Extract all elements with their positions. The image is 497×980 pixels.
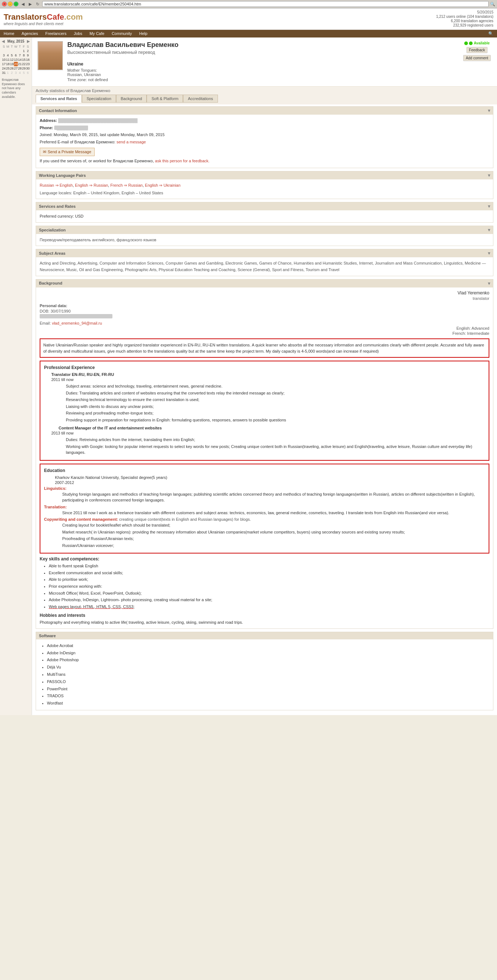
nav-freelancers[interactable]: Freelancers xyxy=(42,30,70,38)
nav-community[interactable]: Community xyxy=(108,30,136,38)
cal-day-12[interactable]: 12 xyxy=(10,57,14,62)
nav-home[interactable]: Home xyxy=(0,30,18,38)
cal-day-13[interactable]: 13 xyxy=(14,57,18,62)
private-message-button[interactable]: ✉ Send a Private Message xyxy=(40,148,95,156)
timezone-label: Time zone: xyxy=(67,78,87,82)
cal-day[interactable]: 5 xyxy=(22,71,26,75)
address-bar[interactable]: www.translatorscafe.com/cafe/EN/member25… xyxy=(42,1,489,7)
lang-pair-french-russian[interactable]: French ⇒ Russian xyxy=(110,183,143,188)
cal-day[interactable]: 2 xyxy=(10,71,14,75)
background-header[interactable]: Background ▾ xyxy=(36,280,493,288)
cal-day-15[interactable]: 15 xyxy=(22,57,26,62)
timezone-value: not defined xyxy=(88,78,108,82)
cal-day[interactable] xyxy=(2,49,6,53)
cal-day-20-today[interactable]: 20 xyxy=(14,62,18,66)
cal-day-26[interactable]: 26 xyxy=(10,66,14,71)
cal-day-18[interactable]: 18 xyxy=(6,62,10,66)
cal-day-11[interactable]: 11 xyxy=(6,57,10,62)
cal-day-9[interactable]: 9 xyxy=(26,53,30,57)
cal-day[interactable] xyxy=(18,49,22,53)
tab-soft-platform[interactable]: Soft & Platform xyxy=(147,95,183,103)
close-button[interactable]: ✕ xyxy=(2,2,7,6)
cal-day-2[interactable]: 2 xyxy=(26,49,30,53)
cal-day-29[interactable]: 29 xyxy=(22,66,26,71)
specialization-header[interactable]: Specialization ▾ xyxy=(36,226,493,234)
cal-day-19[interactable]: 19 xyxy=(10,62,14,66)
cal-day-3[interactable]: 3 xyxy=(2,53,6,57)
cal-day[interactable]: 3 xyxy=(14,71,18,75)
feedback-link[interactable]: ask this person for a feedback. xyxy=(155,159,210,163)
sidebar: ◀ May, 2015 ▶ S M T W T F S 1 2 xyxy=(0,38,32,715)
minimize-button[interactable]: − xyxy=(8,2,13,6)
cal-day-24[interactable]: 24 xyxy=(2,66,6,71)
lang-pair-russian-english[interactable]: Russian ⇒ English xyxy=(40,183,73,188)
feedback-button[interactable]: Feedback xyxy=(467,47,487,53)
cal-day-25[interactable]: 25 xyxy=(6,66,10,71)
edu-trans1: Since 2011 till now I work as a freelanc… xyxy=(62,510,485,516)
lang-pair-english-russian[interactable]: English ⇒ Russian xyxy=(75,183,108,188)
tab-accreditations[interactable]: Accreditations xyxy=(183,95,218,103)
subject-areas-header[interactable]: Subject Areas ▾ xyxy=(36,249,493,257)
cal-day[interactable]: 1 xyxy=(6,71,10,75)
job2-duty1: Duties: Retreiving articles from the int… xyxy=(66,437,485,443)
cal-day-16[interactable]: 16 xyxy=(26,57,30,62)
tab-services-rates[interactable]: Services and Rates xyxy=(36,95,82,103)
cal-day-8[interactable]: 8 xyxy=(22,53,26,57)
cal-header-f: F xyxy=(22,45,26,49)
cal-day-5[interactable]: 5 xyxy=(10,53,14,57)
cal-header-t1: T xyxy=(10,45,14,49)
edu-copy1: creating unique content(texts in English… xyxy=(119,517,251,522)
window-controls[interactable]: ✕ − + xyxy=(2,2,19,6)
cal-next[interactable]: ▶ xyxy=(27,39,30,43)
activity-stats-title: Activity statistics of Владислав Еременк… xyxy=(36,88,493,93)
cal-day-14[interactable]: 14 xyxy=(18,57,22,62)
maximize-button[interactable]: + xyxy=(13,2,19,6)
search-icon[interactable]: 🔍 xyxy=(490,2,495,6)
cal-day[interactable]: 6 xyxy=(26,71,30,75)
cal-prev[interactable]: ◀ xyxy=(2,39,5,43)
cal-day[interactable] xyxy=(6,49,10,53)
cal-day-27[interactable]: 27 xyxy=(14,66,18,71)
cal-day[interactable] xyxy=(10,49,14,53)
email-value[interactable]: vlad_eremenko_94@mail.ru xyxy=(52,321,102,325)
software-header[interactable]: Software xyxy=(36,632,493,640)
language-pairs-header[interactable]: Working Language Pairs ▾ xyxy=(36,172,493,180)
nav-jobs[interactable]: Jobs xyxy=(70,30,86,38)
cal-day-28[interactable]: 28 xyxy=(18,66,22,71)
edu-item2: Market research( in Ukrainian regions): … xyxy=(62,529,485,535)
add-comment-button[interactable]: Add comment xyxy=(463,55,491,61)
cal-day-4[interactable]: 4 xyxy=(6,53,10,57)
pref-email-label: Preferred E-mail of Владислав Еременко: xyxy=(40,140,115,144)
cal-day-21[interactable]: 21 xyxy=(18,62,22,66)
nav-search-icon[interactable]: 🔍 xyxy=(484,30,497,38)
tab-specialization[interactable]: Specialization xyxy=(82,95,116,103)
back-button[interactable]: ◀ xyxy=(21,2,24,6)
reload-button[interactable]: ↻ xyxy=(36,2,39,6)
cal-day-30[interactable]: 30 xyxy=(26,66,30,71)
forward-button[interactable]: ▶ xyxy=(29,2,32,6)
cal-day-10[interactable]: 10 xyxy=(2,57,6,62)
nav-help[interactable]: Help xyxy=(136,30,151,38)
cal-day-17[interactable]: 17 xyxy=(2,62,6,66)
site-tagline: where linguists and their clients meet xyxy=(4,22,83,26)
services-rates-header[interactable]: Services and Rates ▾ xyxy=(36,202,493,210)
nav-mycafe[interactable]: My Cafe xyxy=(86,30,108,38)
contact-section-header[interactable]: Contact Information ▾ xyxy=(36,107,493,115)
lang-pair-english-ukrainian[interactable]: English ⇒ Ukrainian xyxy=(145,183,181,188)
nav-agencies[interactable]: Agencies xyxy=(18,30,41,38)
tab-background[interactable]: Background xyxy=(116,95,147,103)
soft-item-4: Déjà Vu xyxy=(47,664,489,671)
cal-day-23[interactable]: 23 xyxy=(26,62,30,66)
cal-day-7[interactable]: 7 xyxy=(18,53,22,57)
job1-duty3: Liaising with clients to discuss any unc… xyxy=(66,404,485,410)
cal-day-31[interactable]: 31 xyxy=(2,71,6,75)
cal-day-22[interactable]: 22 xyxy=(22,62,26,66)
subject-areas-text: Acting and Directing, Advertising, Compu… xyxy=(40,260,489,273)
skill-4: Prior experience working with: xyxy=(49,583,489,590)
cal-day-1[interactable]: 1 xyxy=(22,49,26,53)
soft-item-6: PASSOLO xyxy=(47,678,489,686)
cal-day-6[interactable]: 6 xyxy=(14,53,18,57)
cal-day[interactable] xyxy=(14,49,18,53)
pref-email-link[interactable]: send a message xyxy=(116,140,146,144)
cal-day[interactable]: 4 xyxy=(18,71,22,75)
